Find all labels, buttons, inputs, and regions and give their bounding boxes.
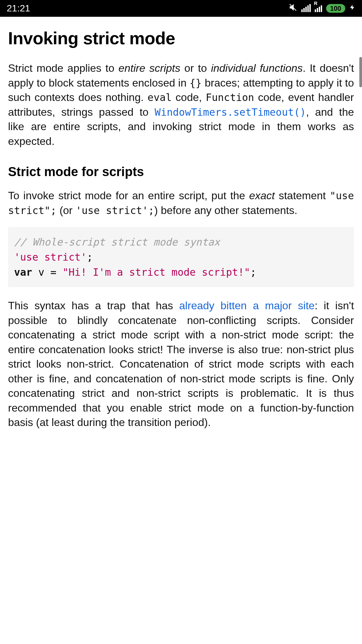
page-title: Invoking strict mode [8, 28, 354, 48]
paragraph-intro: Strict mode applies to entire scripts or… [8, 61, 354, 149]
status-time: 21:21 [7, 3, 30, 14]
scrollbar-thumb[interactable] [359, 57, 362, 87]
signal-roaming-icon: R [315, 5, 322, 12]
charging-icon [349, 3, 355, 14]
status-indicators: R 100 [289, 3, 355, 14]
article-content[interactable]: Invoking strict mode Strict mode applies… [0, 17, 362, 644]
section-strict-scripts: Strict mode for scripts [8, 165, 354, 179]
paragraph-trap: This syntax has a trap that has already … [8, 299, 354, 430]
signal-icon [301, 5, 311, 12]
mute-icon [289, 3, 297, 14]
paragraph-scripts: To invoke strict mode for an entire scri… [8, 189, 354, 218]
status-bar: 21:21 R 100 [0, 0, 362, 17]
link-settimeout[interactable]: WindowTimers.setTimeout() [155, 106, 306, 118]
link-major-site[interactable]: already bitten a major site [179, 300, 315, 312]
code-example: // Whole-script strict mode syntax 'use … [8, 227, 354, 287]
battery-icon: 100 [326, 4, 345, 13]
